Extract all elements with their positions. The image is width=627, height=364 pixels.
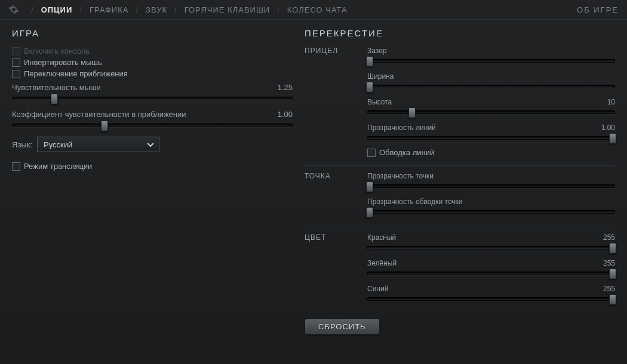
green-slider[interactable] — [367, 269, 615, 277]
slider-thumb[interactable] — [408, 107, 416, 118]
checkbox-icon — [367, 149, 376, 157]
tab-options[interactable]: ОПЦИИ — [41, 5, 73, 14]
width-row: Ширина — [367, 72, 615, 91]
outline-label: Обводка линий — [379, 148, 434, 157]
nav-tabs: / ОПЦИИ / ГРАФИКА / ЗВУК / ГОРЯЧИЕ КЛАВИ… — [24, 5, 348, 14]
blue-row: Синий255 — [367, 285, 615, 303]
green-label: Зелёный — [367, 259, 397, 267]
stream-mode-checkbox[interactable]: Режим трансляции — [12, 162, 293, 171]
dot-outline-alpha-row: Прозрачность обводки точки — [367, 198, 615, 216]
zoom-sens-value: 1.00 — [278, 110, 293, 119]
group-color: ЦВЕТ Красный255 Зелёный255 Синий255 — [305, 233, 615, 310]
enable-console-label: Включить консоль — [24, 47, 90, 55]
dot-outline-alpha-slider[interactable] — [367, 208, 615, 216]
width-slider[interactable] — [367, 82, 615, 91]
gap-row: Зазор — [367, 47, 615, 65]
language-label: Язык: — [12, 140, 32, 149]
checkbox-icon — [12, 47, 20, 55]
zoom-sens-label: Коэффициент чувствительности в приближен… — [12, 110, 186, 119]
height-value: 10 — [607, 98, 615, 106]
slider-thumb[interactable] — [51, 94, 58, 104]
red-label: Красный — [367, 233, 396, 242]
toggle-zoom-checkbox[interactable]: Переключение приближения — [12, 69, 293, 78]
height-slider[interactable] — [367, 108, 615, 116]
group-sight: ПРИЦЕЛ Зазор Ширина Высота10 Прозрачност… — [305, 47, 615, 162]
mouse-sens-row: Чувствительность мыши 1.25 — [12, 83, 293, 103]
blue-slider[interactable] — [367, 295, 615, 303]
language-value: Русский — [44, 140, 72, 149]
group-color-label: ЦВЕТ — [305, 233, 367, 310]
gap-label: Зазор — [367, 47, 387, 55]
crosshair-section: ПЕРЕКРЕСТИЕ ПРИЦЕЛ Зазор Ширина Высота10… — [305, 26, 615, 363]
mouse-sens-value: 1.25 — [278, 83, 293, 92]
green-value: 255 — [603, 259, 615, 267]
language-row: Язык: Русский — [12, 137, 293, 152]
invert-mouse-checkbox[interactable]: Инвертировать мышь — [12, 58, 293, 67]
group-dot-label: ТОЧКА — [305, 172, 367, 223]
toggle-zoom-label: Переключение приближения — [24, 69, 128, 78]
line-alpha-label: Прозрачность линий — [367, 124, 436, 132]
tab-chatwheel[interactable]: КОЛЕСО ЧАТА — [287, 5, 348, 14]
width-label: Ширина — [367, 72, 394, 81]
gap-slider[interactable] — [367, 57, 615, 65]
slider-thumb[interactable] — [609, 133, 616, 144]
height-row: Высота10 — [367, 98, 615, 116]
slider-thumb[interactable] — [366, 56, 373, 67]
about-link[interactable]: ОБ ИГРЕ — [577, 5, 619, 14]
gear-icon — [8, 4, 19, 15]
mouse-sens-label: Чувствительность мыши — [12, 83, 101, 92]
line-alpha-slider[interactable] — [367, 134, 615, 142]
slider-thumb[interactable] — [609, 243, 616, 254]
line-alpha-value: 1.00 — [601, 124, 615, 132]
nav-divider — [0, 19, 627, 20]
dot-outline-alpha-label: Прозрачность обводки точки — [367, 198, 463, 206]
blue-label: Синий — [367, 285, 388, 293]
slider-thumb[interactable] — [366, 207, 373, 218]
slider-thumb[interactable] — [366, 181, 373, 192]
invert-mouse-label: Инвертировать мышь — [24, 58, 102, 67]
dot-alpha-row: Прозрачность точки — [367, 172, 615, 190]
group-dot: ТОЧКА Прозрачность точки Прозрачность об… — [305, 172, 615, 223]
dot-alpha-slider[interactable] — [367, 182, 615, 190]
checkbox-icon — [12, 70, 20, 78]
checkbox-icon — [12, 162, 20, 171]
tab-hotkeys[interactable]: ГОРЯЧИЕ КЛАВИШИ — [185, 5, 271, 14]
slider-thumb[interactable] — [609, 269, 616, 279]
tab-sound[interactable]: ЗВУК — [146, 5, 167, 14]
slider-thumb[interactable] — [366, 82, 373, 92]
zoom-sens-slider[interactable] — [12, 121, 293, 129]
reset-button[interactable]: СБРОСИТЬ — [305, 319, 380, 335]
language-select[interactable]: Русский — [37, 137, 159, 152]
blue-value: 255 — [603, 285, 615, 293]
enable-console-checkbox: Включить консоль — [12, 47, 293, 55]
mouse-sens-slider[interactable] — [12, 94, 293, 103]
stream-mode-label: Режим трансляции — [24, 162, 92, 171]
chevron-down-icon — [147, 141, 154, 149]
red-row: Красный255 — [367, 233, 615, 252]
checkbox-icon — [12, 58, 20, 67]
line-alpha-row: Прозрачность линий1.00 — [367, 124, 615, 142]
outline-checkbox[interactable]: Обводка линий — [367, 148, 615, 157]
dot-alpha-label: Прозрачность точки — [367, 172, 434, 180]
crosshair-title: ПЕРЕКРЕСТИЕ — [305, 28, 615, 38]
red-value: 255 — [603, 233, 615, 242]
game-section: ИГРА Включить консоль Инвертировать мышь… — [12, 26, 305, 363]
top-nav: / ОПЦИИ / ГРАФИКА / ЗВУК / ГОРЯЧИЕ КЛАВИ… — [0, 0, 627, 19]
red-slider[interactable] — [367, 243, 615, 252]
slider-thumb[interactable] — [609, 294, 616, 305]
tab-graphics[interactable]: ГРАФИКА — [90, 5, 129, 14]
game-title: ИГРА — [12, 28, 293, 38]
green-row: Зелёный255 — [367, 259, 615, 277]
zoom-sens-row: Коэффициент чувствительности в приближен… — [12, 110, 293, 129]
group-sight-label: ПРИЦЕЛ — [305, 47, 367, 162]
height-label: Высота — [367, 98, 392, 106]
slider-thumb[interactable] — [101, 121, 108, 131]
